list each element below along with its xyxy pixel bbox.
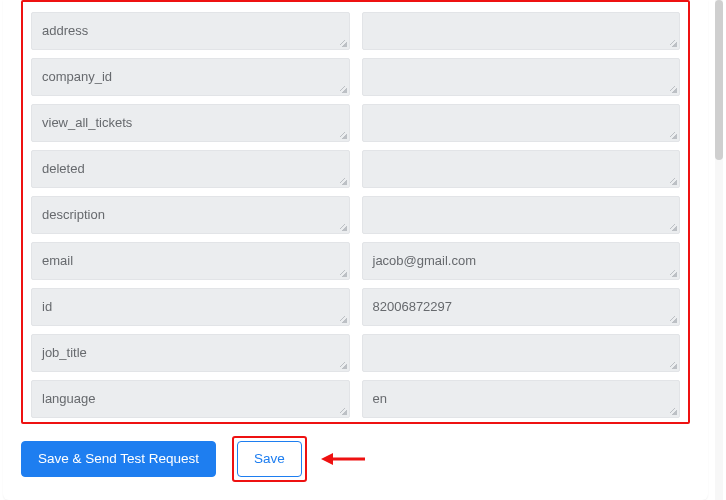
field-value[interactable] [362,196,681,234]
field-row: deleted [23,146,688,192]
field-key[interactable]: id [31,288,350,326]
annotation-highlight-save: Save [232,436,307,482]
field-key[interactable]: view_all_tickets [31,104,350,142]
field-key[interactable]: job_title [31,334,350,372]
scroll-thumb[interactable] [715,0,723,160]
annotation-highlight-box: addresscompany_idview_all_ticketsdeleted… [21,0,690,424]
form-panel: addresscompany_idview_all_ticketsdeleted… [3,0,708,500]
field-key[interactable]: email [31,242,350,280]
field-value[interactable]: en [362,380,681,418]
field-row: view_all_tickets [23,100,688,146]
field-key[interactable]: company_id [31,58,350,96]
field-value[interactable] [362,12,681,50]
field-key[interactable]: language [31,380,350,418]
svg-marker-1 [321,453,333,465]
field-row: address [23,8,688,54]
field-row: job_title [23,330,688,376]
field-key[interactable]: address [31,12,350,50]
field-key[interactable]: deleted [31,150,350,188]
field-row: id82006872297 [23,284,688,330]
field-value[interactable] [362,58,681,96]
field-value[interactable]: 82006872297 [362,288,681,326]
field-row: languageen [23,376,688,422]
button-row: Save & Send Test Request Save [3,424,708,494]
field-value[interactable] [362,104,681,142]
save-button[interactable]: Save [237,441,302,477]
field-key[interactable]: description [31,196,350,234]
field-row: description [23,192,688,238]
vertical-scrollbar[interactable] [715,0,723,500]
field-row: emailjacob@gmail.com [23,238,688,284]
annotation-arrow-icon [321,450,365,468]
field-value[interactable]: jacob@gmail.com [362,242,681,280]
field-value[interactable] [362,334,681,372]
field-row: company_id [23,54,688,100]
save-send-test-button[interactable]: Save & Send Test Request [21,441,216,477]
field-value[interactable] [362,150,681,188]
